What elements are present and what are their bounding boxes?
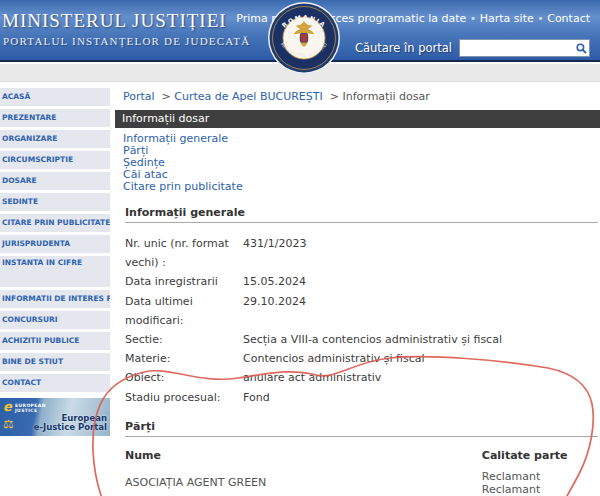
ejustice-logo-letter: e <box>3 401 12 413</box>
top-nav-link[interactable]: Harta site <box>466 12 533 25</box>
sidebar-item[interactable]: CONCURSURI <box>0 311 110 329</box>
field-value: Secția a VIII-a contencios administrativ… <box>243 330 600 349</box>
field-label: Nr. unic (nr. format vechi) : <box>125 234 243 272</box>
parties-heading: Părți <box>125 420 600 433</box>
quick-link[interactable]: Informații generale <box>123 133 600 145</box>
ministry-seal-logo: ROMANIA MINISTERUL JUSTIȚIEI <box>267 1 341 75</box>
search-button[interactable] <box>573 40 589 56</box>
ejustice-logo-words: EUROPEAN JUSTICE <box>15 403 46 413</box>
site-subtitle: PORTALUL INSTANȚELOR DE JUDECATĂ <box>3 35 250 47</box>
sidebar-item[interactable]: INFORMATII DE INTERES PUBLIC <box>0 290 110 308</box>
heading-rule <box>125 222 598 223</box>
field-row: Nr. unic (nr. format vechi) : 431/1/2023 <box>125 234 600 272</box>
search-label: Căutare în portal <box>355 41 452 55</box>
search-box <box>459 39 590 57</box>
main-content: PortalCurtea de Apel BUCUREȘTIInformații… <box>115 82 600 496</box>
quick-link[interactable]: Ședințe <box>123 157 600 169</box>
party-role-cell: Reclamant Reclamant <box>478 466 600 496</box>
breadcrumb-item[interactable]: Informații dosar <box>323 90 430 103</box>
sidebar-nav: ACASĂPREZENTAREORGANIZARECIRCUMSCRIPTIED… <box>0 88 110 395</box>
breadcrumb-item[interactable]: Portal <box>123 90 155 103</box>
field-label: Stadiu procesual: <box>125 388 243 407</box>
sidebar-item[interactable]: ACHIZITII PUBLICE <box>0 332 110 350</box>
field-value: 29.10.2024 <box>243 292 600 330</box>
ejustice-banner-title: European e-Justice Portal <box>34 414 107 432</box>
page-title-bar: Informații dosar <box>115 110 600 128</box>
quick-links: Informații generalePărțiȘedințeCăi atacC… <box>123 133 600 193</box>
table-row[interactable]: ASOCIAȚIA AGENT GREEN Reclamant Reclaman… <box>121 466 600 496</box>
field-row: Data inregistrarii 15.05.2024 <box>125 272 600 291</box>
field-row: Obiect: anulare act administrativ <box>125 368 600 387</box>
sidebar-item[interactable]: ORGANIZARE <box>0 130 110 148</box>
column-header-nume: Nume <box>121 446 478 466</box>
sidebar-item[interactable]: DOSARE <box>0 172 110 190</box>
field-value: Contencios administrativ și fiscal <box>243 349 600 368</box>
field-row: Data ultimei modificari: 29.10.2024 <box>125 292 600 330</box>
heading-rule <box>125 436 598 437</box>
field-label: Obiect: <box>125 368 243 387</box>
breadcrumb-item[interactable]: Curtea de Apel BUCUREȘTI <box>155 90 323 103</box>
field-row: Stadiu procesual: Fond <box>125 388 600 407</box>
field-label: Sectie: <box>125 330 243 349</box>
sidebar-item[interactable]: CONTACT <box>0 374 110 392</box>
search-input[interactable] <box>460 41 573 55</box>
field-value: anulare act administrativ <box>243 368 600 387</box>
general-info-fields: Nr. unic (nr. format vechi) : 431/1/2023… <box>125 234 600 407</box>
field-label: Data ultimei modificari: <box>125 292 243 330</box>
party-name-cell: ASOCIAȚIA AGENT GREEN <box>121 466 478 496</box>
ejustice-portal-banner[interactable]: e EUROPEAN JUSTICE ⚖ European e-Justice … <box>0 398 110 436</box>
parties-table-header-row: Nume Calitate parte <box>121 446 600 466</box>
portal-page: MINISTERUL JUSTIȚIEI PORTALUL INSTANȚELO… <box>0 0 600 496</box>
field-label: Data inregistrarii <box>125 272 243 291</box>
field-value: Fond <box>243 388 600 407</box>
quick-link[interactable]: Citare prin publicitate <box>123 181 600 193</box>
breadcrumb: PortalCurtea de Apel BUCUREȘTIInformații… <box>123 90 600 103</box>
sidebar-item[interactable]: BINE DE STIUT <box>0 353 110 371</box>
site-title: MINISTERUL JUSTIȚIEI <box>2 10 227 32</box>
field-value: 15.05.2024 <box>243 272 600 291</box>
sidebar-item[interactable]: PREZENTARE <box>0 109 110 127</box>
sidebar-item[interactable]: SEDINTE <box>0 193 110 211</box>
sidebar-item[interactable]: ACASĂ <box>0 88 110 106</box>
field-label: Materie: <box>125 349 243 368</box>
parties-table: Nume Calitate parte ASOCIAȚIA AGENT GREE… <box>121 446 600 496</box>
sidebar-item[interactable]: INSTANTA IN CIFRE <box>0 256 110 287</box>
quick-link[interactable]: Părți <box>123 145 600 157</box>
field-value: 431/1/2023 <box>243 234 600 272</box>
sidebar-item[interactable]: JURISPRUDENTA <box>0 235 110 253</box>
field-row: Materie: Contencios administrativ și fis… <box>125 349 600 368</box>
general-info-heading: Informații generale <box>125 206 600 219</box>
sidebar-footer: e EUROPEAN JUSTICE ⚖ European e-Justice … <box>0 393 110 436</box>
scales-icon: ⚖ <box>3 418 14 430</box>
search-row: Căutare în portal <box>355 39 590 57</box>
search-icon <box>576 43 587 54</box>
sidebar-item[interactable]: CIRCUMSCRIPTIE <box>0 151 110 169</box>
sidebar-item[interactable]: CITARE PRIN PUBLICITATE <box>0 214 110 232</box>
field-row: Sectie: Secția a VIII-a contencios admin… <box>125 330 600 349</box>
top-nav-link[interactable]: Contact <box>534 12 590 25</box>
column-header-calitate: Calitate parte <box>478 446 600 466</box>
